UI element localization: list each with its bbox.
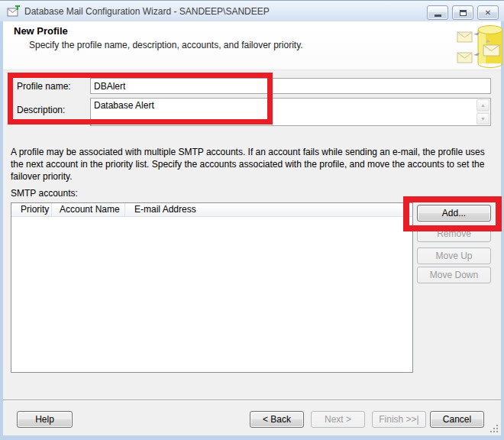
back-button[interactable]: < Back <box>250 411 304 428</box>
help-button[interactable]: Help <box>17 411 73 428</box>
close-button[interactable]: ✕ <box>477 5 499 20</box>
column-header-priority[interactable]: Priority <box>11 203 52 216</box>
scroll-up-button[interactable]: ▲ <box>477 99 489 111</box>
title-bar: Database Mail Configuration Wizard - SAN… <box>0 0 504 21</box>
add-button[interactable]: Add... <box>417 205 491 222</box>
wizard-window: Database Mail Configuration Wizard - SAN… <box>0 0 504 440</box>
column-header-email-address[interactable]: E-mail Address <box>125 203 412 216</box>
move-down-button[interactable]: Move Down <box>417 267 491 283</box>
scroll-down-icon: ▼ <box>480 116 486 121</box>
caption-buttons: ✕ <box>427 5 499 20</box>
profile-name-label: Profile name: <box>17 81 71 92</box>
smtp-accounts-list[interactable]: Priority Account Name E-mail Address <box>11 202 413 373</box>
page-subtitle: Specify the profile name, description, a… <box>29 40 303 50</box>
move-up-button[interactable]: Move Up <box>417 247 491 264</box>
column-header-account-name[interactable]: Account Name <box>52 203 125 216</box>
minimize-button[interactable] <box>427 5 448 20</box>
cancel-button[interactable]: Cancel <box>430 411 484 428</box>
list-header: Priority Account Name E-mail Address <box>11 203 412 217</box>
description-input[interactable]: Database Alert ▲ ▼ <box>90 98 491 126</box>
description-label: Description: <box>17 105 65 115</box>
failover-info-text: A profile may be associated with multipl… <box>11 146 497 183</box>
mail-plus-icon <box>7 5 20 18</box>
resize-grip-icon[interactable] <box>496 431 498 432</box>
window-title: Database Mail Configuration Wizard - SAN… <box>24 6 270 17</box>
profile-name-input[interactable] <box>90 78 491 94</box>
smtp-accounts-label: SMTP accounts: <box>11 188 78 199</box>
remove-button[interactable]: Remove <box>417 225 491 242</box>
minimize-icon <box>435 15 441 17</box>
restore-icon <box>460 10 467 16</box>
next-button[interactable]: Next > <box>311 411 365 428</box>
description-scrollbar[interactable]: ▲ ▼ <box>477 99 489 125</box>
scroll-up-icon: ▲ <box>480 102 486 108</box>
maximize-button[interactable] <box>452 5 473 20</box>
description-value: Database Alert <box>94 100 154 111</box>
close-icon: ✕ <box>485 8 491 17</box>
page-title: New Profile <box>14 25 68 37</box>
database-mail-icon <box>455 22 502 70</box>
footer-separator <box>3 400 501 401</box>
finish-button[interactable]: Finish >>| <box>372 411 426 428</box>
scroll-down-button[interactable]: ▼ <box>477 113 489 125</box>
